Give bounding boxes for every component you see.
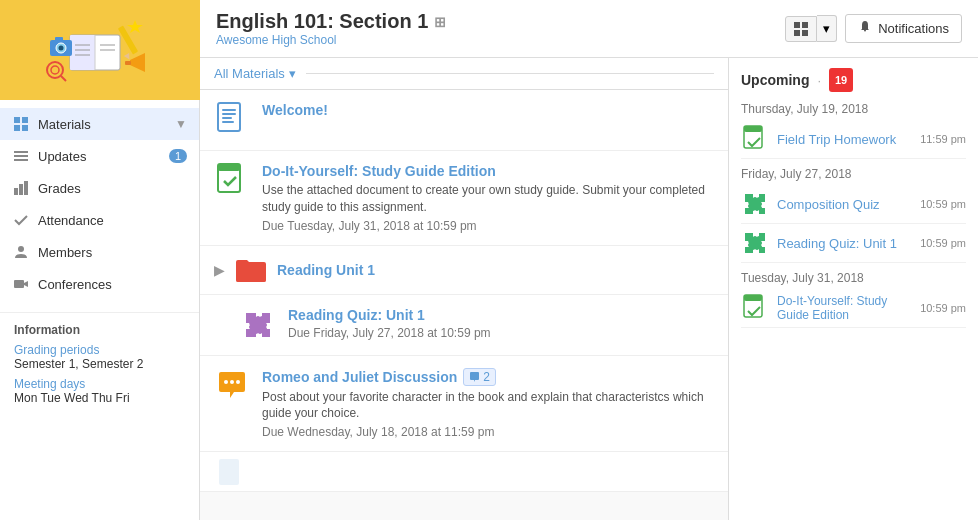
- header-right: ▾ Notifications: [785, 14, 962, 43]
- all-materials-link[interactable]: All Materials ▾: [214, 66, 296, 81]
- person-icon: [12, 243, 30, 261]
- romeo-juliet-title[interactable]: Romeo and Juliet Discussion: [262, 369, 457, 385]
- material-item-study-guide: Do-It-Yourself: Study Guide Edition Use …: [200, 151, 728, 246]
- svg-rect-32: [14, 280, 24, 288]
- materials-arrow: ▼: [175, 117, 187, 131]
- sidebar-item-updates[interactable]: Updates 1: [0, 140, 199, 172]
- upcoming-item-reading-quiz: Reading Quiz: Unit 1 10:59 pm: [741, 224, 966, 263]
- study-guide-upcoming-title[interactable]: Do-It-Yourself: Study Guide Edition: [777, 294, 912, 322]
- upcoming-item-study-guide: Do-It-Yourself: Study Guide Edition 10:5…: [741, 289, 966, 328]
- material-item-romeo-juliet: Romeo and Juliet Discussion 2 Post about…: [200, 356, 728, 453]
- svg-rect-21: [14, 117, 20, 123]
- upcoming-item-field-trip: Field Trip Homework 11:59 pm: [741, 120, 966, 159]
- reading-quiz-due: Due Friday, July 27, 2018 at 10:59 pm: [288, 326, 714, 340]
- svg-rect-37: [802, 30, 808, 36]
- sidebar-item-grades[interactable]: Grades: [0, 172, 199, 204]
- svg-rect-50: [744, 126, 762, 132]
- reading-quiz-content: Reading Quiz: Unit 1 Due Friday, July 27…: [288, 307, 714, 340]
- svg-rect-25: [14, 151, 28, 153]
- attendance-label: Attendance: [38, 213, 187, 228]
- sidebar-banner: [0, 0, 200, 100]
- notifications-button[interactable]: Notifications: [845, 14, 962, 43]
- welcome-title[interactable]: Welcome!: [262, 102, 714, 118]
- svg-rect-27: [14, 159, 28, 161]
- calendar-day: 19: [835, 74, 847, 86]
- grades-label: Grades: [38, 181, 187, 196]
- svg-rect-23: [14, 125, 20, 131]
- svg-rect-39: [222, 109, 236, 111]
- meeting-days-value: Mon Tue Wed Thu Fri: [14, 391, 185, 405]
- reading-quiz-upcoming-title[interactable]: Reading Quiz: Unit 1: [777, 236, 912, 251]
- folder-icon: [235, 254, 267, 286]
- svg-rect-26: [14, 155, 28, 157]
- course-settings-icon[interactable]: ⊞: [434, 14, 446, 30]
- all-materials-chevron: ▾: [289, 66, 296, 81]
- svg-rect-40: [222, 113, 236, 115]
- svg-rect-20: [125, 61, 131, 65]
- video-icon: [12, 275, 30, 293]
- school-name[interactable]: Awesome High School: [216, 33, 446, 47]
- svg-rect-36: [794, 30, 800, 36]
- romeo-juliet-due: Due Wednesday, July 18, 2018 at 11:59 pm: [262, 425, 714, 439]
- assignment-icon: [214, 163, 250, 199]
- materials-label: Materials: [38, 117, 167, 132]
- calendar-icon[interactable]: 19: [829, 68, 853, 92]
- svg-rect-24: [22, 125, 28, 131]
- study-guide-title[interactable]: Do-It-Yourself: Study Guide Edition: [262, 163, 714, 179]
- course-title: English 101: Section 1 ⊞: [216, 10, 446, 33]
- grid-icon: [12, 115, 30, 133]
- field-trip-time: 11:59 pm: [920, 133, 966, 145]
- reading-unit-title[interactable]: Reading Unit 1: [277, 262, 375, 278]
- grid-view-button[interactable]: [785, 16, 817, 42]
- reading-quiz-upcoming-time: 10:59 pm: [920, 237, 966, 249]
- upcoming-date-1: Thursday, July 19, 2018: [741, 102, 966, 116]
- svg-rect-35: [802, 22, 808, 28]
- study-guide-due: Due Tuesday, July 31, 2018 at 10:59 pm: [262, 219, 714, 233]
- discussion-icon: [214, 368, 250, 404]
- grading-periods-value: Semester 1, Semester 2: [14, 357, 185, 371]
- comment-badge[interactable]: 2: [463, 368, 496, 386]
- upcoming-date-3: Tuesday, July 31, 2018: [741, 271, 966, 285]
- svg-rect-28: [14, 188, 18, 195]
- svg-rect-44: [218, 164, 240, 171]
- reading-quiz-title[interactable]: Reading Quiz: Unit 1: [288, 307, 714, 323]
- meeting-days-label[interactable]: Meeting days: [14, 377, 185, 391]
- grid-view-caret-button[interactable]: ▾: [817, 15, 837, 42]
- material-item-reading-quiz: Reading Quiz: Unit 1 Due Friday, July 27…: [200, 295, 728, 356]
- upcoming-header: Upcoming · 19: [741, 68, 966, 92]
- upcoming-panel: Upcoming · 19 Thursday, July 19, 2018 Fi…: [728, 58, 978, 520]
- sidebar: Materials ▼ Updates 1 Grades Attendance: [0, 0, 200, 520]
- field-trip-title[interactable]: Field Trip Homework: [777, 132, 912, 147]
- chart-icon: [12, 179, 30, 197]
- upcoming-title: Upcoming: [741, 72, 809, 88]
- material-item-welcome: Welcome!: [200, 90, 728, 151]
- sidebar-item-materials[interactable]: Materials ▼: [0, 108, 199, 140]
- info-title: Information: [14, 323, 185, 337]
- romeo-juliet-content: Romeo and Juliet Discussion 2 Post about…: [262, 368, 714, 440]
- sidebar-item-members[interactable]: Members: [0, 236, 199, 268]
- materials-header: All Materials ▾: [200, 58, 728, 90]
- upcoming-quiz-icon-2: [741, 229, 769, 257]
- svg-point-45: [224, 380, 228, 384]
- upcoming-quiz-icon-1: [741, 190, 769, 218]
- study-guide-desc: Use the attached document to create your…: [262, 182, 714, 216]
- folder-expand-arrow[interactable]: ▶: [214, 262, 225, 278]
- upcoming-item-composition-quiz: Composition Quiz 10:59 pm: [741, 185, 966, 224]
- svg-rect-41: [222, 117, 232, 119]
- grading-periods-label[interactable]: Grading periods: [14, 343, 185, 357]
- svg-rect-29: [19, 184, 23, 195]
- svg-rect-52: [744, 295, 762, 301]
- materials-panel: All Materials ▾ Welcome!: [200, 58, 728, 520]
- svg-point-31: [18, 246, 24, 252]
- composition-quiz-time: 10:59 pm: [920, 198, 966, 210]
- svg-point-46: [230, 380, 234, 384]
- comment-count: 2: [483, 370, 490, 384]
- sidebar-item-conferences[interactable]: Conferences: [0, 268, 199, 300]
- header: English 101: Section 1 ⊞ Awesome High Sc…: [200, 0, 978, 58]
- sidebar-item-attendance[interactable]: Attendance: [0, 204, 199, 236]
- list-icon: [12, 147, 30, 165]
- svg-rect-2: [70, 35, 95, 70]
- svg-rect-30: [24, 181, 28, 195]
- composition-quiz-title[interactable]: Composition Quiz: [777, 197, 912, 212]
- study-guide-content: Do-It-Yourself: Study Guide Edition Use …: [262, 163, 714, 233]
